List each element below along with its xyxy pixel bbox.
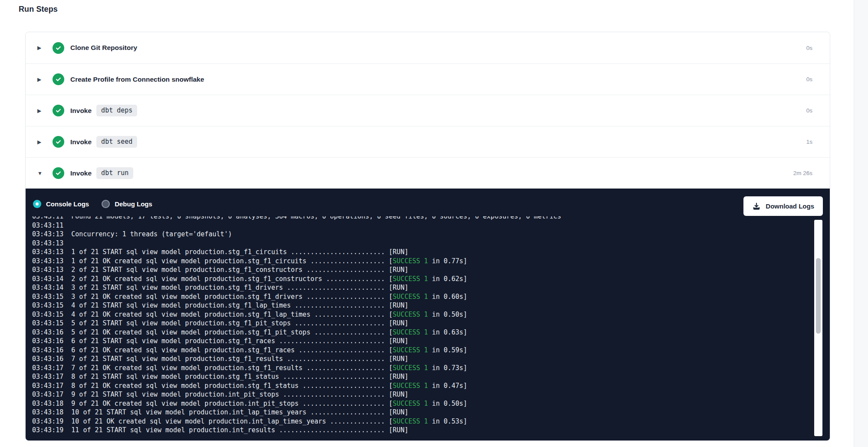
log-line: 03:43:16 5 of 21 OK created sql view mod… (32, 328, 817, 337)
caret-right-icon[interactable]: ▶ (37, 45, 44, 50)
step-row-invoke-dbt-run[interactable]: ▼ Invoke dbt run 2m 26s (26, 157, 830, 189)
command-chip: dbt run (96, 167, 133, 179)
step-duration: 2m 26s (793, 170, 812, 176)
command-chip: dbt seed (96, 136, 137, 148)
log-line: 03:43:17 8 of 21 START sql view model pr… (32, 372, 817, 381)
step-label: Clone Git Repository (70, 44, 137, 52)
log-line: 03:43:19 10 of 21 OK created sql view mo… (32, 417, 817, 426)
log-line: 03:43:15 4 of 21 OK created sql view mod… (32, 310, 817, 319)
step-label: Invoke (70, 107, 92, 115)
log-line: 03:43:16 7 of 21 START sql view model pr… (32, 354, 817, 364)
command-chip: dbt deps (96, 105, 137, 116)
run-steps-card: ▶ Clone Git Repository 0s ▶ Create Profi… (25, 32, 830, 441)
right-edge-panel (854, 0, 868, 447)
log-line: 03:43:16 6 of 21 START sql view model pr… (32, 337, 817, 346)
caret-right-icon[interactable]: ▶ (37, 139, 44, 145)
log-line: 03:43:13 Concurrency: 1 threads (target=… (32, 230, 817, 239)
step-duration: 1s (806, 139, 812, 145)
step-row-invoke-dbt-seed[interactable]: ▶ Invoke dbt seed 1s (26, 126, 830, 157)
log-line: 03:43:17 7 of 21 OK created sql view mod… (32, 364, 817, 373)
log-line: 03:43:13 1 of 21 OK created sql view mod… (32, 257, 817, 266)
check-circle-icon (53, 73, 64, 85)
log-line: 03:43:18 9 of 21 OK created sql view mod… (32, 399, 817, 408)
radio-selected-icon[interactable] (33, 200, 41, 208)
log-line: 03:43:11 Found 21 models, 17 tests, 0 sn… (32, 216, 817, 221)
log-line: 03:43:17 8 of 21 OK created sql view mod… (32, 381, 817, 391)
log-line: 03:43:17 9 of 21 START sql view model pr… (32, 390, 817, 399)
log-scrollbar-thumb[interactable] (816, 258, 821, 334)
step-label: Create Profile from Connection snowflake (70, 76, 204, 83)
check-circle-icon (53, 136, 64, 148)
step-row-clone-git-repository[interactable]: ▶ Clone Git Repository 0s (26, 32, 830, 63)
step-duration: 0s (806, 107, 812, 114)
log-line: 03:43:15 3 of 21 OK created sql view mod… (32, 292, 817, 301)
log-viewport: 03:43:11 Found 21 models, 17 tests, 0 sn… (26, 216, 830, 440)
download-logs-label: Download Logs (766, 202, 814, 210)
check-circle-icon (53, 167, 64, 179)
step-duration: 0s (806, 76, 812, 83)
log-line: 03:43:18 10 of 21 START sql view model p… (32, 408, 817, 417)
tab-debug-logs[interactable]: Debug Logs (102, 200, 152, 208)
step-row-create-profile[interactable]: ▶ Create Profile from Connection snowfla… (26, 63, 830, 95)
log-toolbar: Console Logs Debug Logs (26, 189, 830, 216)
step-label: Invoke (70, 169, 92, 177)
log-line: 03:43:11 (32, 221, 817, 230)
check-circle-icon (53, 105, 64, 116)
check-circle-icon (53, 42, 64, 54)
log-line: 03:43:13 2 of 21 START sql view model pr… (32, 265, 817, 275)
log-line: 03:43:13 (32, 239, 817, 248)
log-line: 03:43:16 6 of 21 OK created sql view mod… (32, 346, 817, 355)
log-lines: 03:43:11 Found 21 models, 17 tests, 0 sn… (32, 216, 817, 435)
tab-label: Console Logs (46, 200, 89, 208)
download-logs-button[interactable]: Download Logs (743, 196, 823, 216)
log-line: 03:43:13 1 of 21 START sql view model pr… (32, 248, 817, 257)
step-row-invoke-dbt-deps[interactable]: ▶ Invoke dbt deps 0s (26, 95, 830, 126)
log-line: 03:43:15 4 of 21 START sql view model pr… (32, 301, 817, 310)
log-line: 03:43:19 11 of 21 START sql view model p… (32, 426, 817, 435)
tab-console-logs[interactable]: Console Logs (33, 200, 89, 208)
caret-right-icon[interactable]: ▶ (37, 77, 44, 82)
tab-label: Debug Logs (115, 200, 152, 208)
log-scrollbar-track[interactable] (814, 220, 822, 436)
page-title: Run Steps (19, 5, 58, 14)
download-icon (752, 202, 761, 211)
log-line: 03:43:15 5 of 21 START sql view model pr… (32, 319, 817, 328)
radio-unselected-icon[interactable] (102, 200, 110, 208)
step-duration: 0s (806, 45, 812, 51)
caret-down-icon[interactable]: ▼ (37, 171, 44, 176)
caret-right-icon[interactable]: ▶ (37, 108, 44, 113)
log-line: 03:43:14 3 of 21 START sql view model pr… (32, 283, 817, 292)
step-label: Invoke (70, 138, 92, 146)
log-panel: Console Logs Debug Logs Download Logs 03… (26, 189, 830, 440)
log-line: 03:43:14 2 of 21 OK created sql view mod… (32, 275, 817, 284)
